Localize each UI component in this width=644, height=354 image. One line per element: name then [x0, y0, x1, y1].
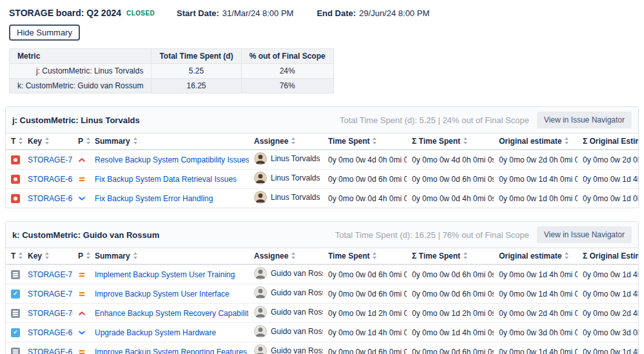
- sort-icon: [565, 252, 569, 259]
- sum-time-spent-value: 0y 0mo 0w 0d 6h 0mi 0s: [407, 170, 494, 189]
- issue-summary-link[interactable]: Implement Backup System User Training: [95, 270, 235, 279]
- time-spent-value: 0y 0mo 0w 1d 2h 0mi 0s: [323, 304, 407, 323]
- hide-summary-button[interactable]: Hide Summary: [9, 25, 80, 41]
- column-header-t[interactable]: T: [6, 248, 23, 264]
- column-header-t[interactable]: T: [6, 133, 23, 150]
- issue-summary-link[interactable]: Improve Backup System Reporting Features: [95, 348, 247, 354]
- column-header-original-estimate[interactable]: Σ Original Estimate: [578, 133, 638, 150]
- issue-type-other-icon: [11, 270, 20, 279]
- summary-column-header: Total Time Spent (d): [151, 49, 241, 64]
- column-header-original-estimate[interactable]: Σ Original Estimate: [578, 248, 638, 264]
- issue-key-link[interactable]: STORAGE-67: [28, 348, 73, 354]
- end-date-value: 29/Jun/24 8:00 PM: [359, 8, 429, 18]
- issue-key-link[interactable]: STORAGE-70: [28, 309, 73, 318]
- issue-summary-link[interactable]: Upgrade Backup System Hardware: [95, 328, 216, 337]
- column-header-summary[interactable]: Summary: [90, 248, 249, 264]
- column-label: Key: [28, 251, 42, 261]
- assignee-name: Linus Torvalds: [271, 173, 320, 182]
- time-spent-value: 0y 0mo 0w 0d 6h 0mi 0s: [323, 264, 407, 284]
- issue-summary-link[interactable]: Enhance Backup System Recovery Capabilit…: [95, 309, 249, 318]
- view-in-issue-navigator-button[interactable]: View in Issue Navigator: [537, 226, 632, 243]
- column-header-assignee[interactable]: Assignee: [249, 133, 323, 150]
- issue-key-link[interactable]: STORAGE-73: [28, 270, 73, 279]
- issue-summary-link[interactable]: Fix Backup System Error Handling: [95, 194, 213, 203]
- assignee-avatar: [254, 267, 267, 280]
- assignee-name: Linus Torvalds: [271, 193, 320, 202]
- column-label: Σ Time Spent: [412, 137, 460, 146]
- issue-key-link[interactable]: STORAGE-68: [28, 328, 73, 337]
- issue-key-link[interactable]: STORAGE-71: [28, 290, 73, 299]
- column-header-summary[interactable]: Summary: [90, 133, 249, 150]
- column-header-key[interactable]: Key: [23, 133, 73, 150]
- sum-time-spent-value: 0y 0mo 0w 0d 6h 0mi 0s: [407, 342, 494, 354]
- assignee-name: Guido van Rossum: [271, 308, 323, 317]
- issue-key-link[interactable]: STORAGE-66: [28, 194, 73, 203]
- issue-type-task-icon: [11, 290, 20, 299]
- issue-row: STORAGE-71Improve Backup System User Int…: [6, 284, 638, 304]
- sort-icon: [45, 252, 50, 259]
- assignee-name: Guido van Rossum: [271, 288, 323, 297]
- sections: j: CustomMetric: Linus TorvaldsTotal Tim…: [0, 106, 644, 354]
- sort-icon: [373, 252, 377, 259]
- column-header-p[interactable]: P: [73, 248, 90, 264]
- section-header: k: CustomMetric: Guido van RossumTotal T…: [6, 222, 638, 248]
- issues-table-clip: TKeyPSummaryAssigneeTime SpentΣ Time Spe…: [6, 133, 638, 208]
- end-date-label: End Date:: [317, 8, 356, 18]
- metric-section: k: CustomMetric: Guido van RossumTotal T…: [5, 221, 639, 354]
- column-label: Σ Original Estimate: [583, 137, 638, 146]
- status-badge: CLOSED: [126, 10, 155, 17]
- column-header-time-spent[interactable]: Σ Time Spent: [407, 248, 494, 264]
- summary-percent-of-scope: 24%: [241, 64, 333, 79]
- assignee-cell: Guido van Rossum: [254, 344, 323, 354]
- column-label: Key: [28, 137, 42, 146]
- start-date-label: Start Date:: [177, 8, 219, 18]
- original-estimate-value: 0y 0mo 0w 1d 4h 0mi 0s: [494, 170, 578, 189]
- column-header-key[interactable]: Key: [23, 248, 73, 264]
- issue-summary-link[interactable]: Fix Backup System Data Retrieval Issues: [95, 175, 237, 184]
- issues-table: TKeyPSummaryAssigneeTime SpentΣ Time Spe…: [6, 133, 638, 208]
- assignee-cell: Guido van Rossum: [254, 306, 323, 319]
- original-estimate-value: 0y 0mo 0w 1d 4h 0mi 0s: [494, 264, 578, 284]
- column-header-p[interactable]: P: [73, 133, 90, 150]
- view-in-issue-navigator-button[interactable]: View in Issue Navigator: [537, 112, 632, 128]
- sort-icon: [463, 252, 468, 259]
- issue-key-link[interactable]: STORAGE-69: [28, 175, 73, 184]
- section-summary-text: Total Time Spent (d): 16.25 | 76% out of…: [335, 230, 529, 240]
- sort-icon: [373, 137, 377, 144]
- sort-icon: [86, 252, 91, 259]
- column-label: T: [11, 251, 15, 261]
- sort-icon: [565, 137, 569, 144]
- column-label: P: [78, 251, 83, 261]
- priority-medium-icon: [78, 348, 86, 354]
- issue-row: STORAGE-72Resolve Backup System Compatib…: [6, 150, 638, 170]
- time-spent-value: 0y 0mo 0w 0d 4h 0mi 0s: [323, 189, 407, 208]
- original-estimate-value: 0y 0mo 0w 1d 0h 0mi 0s: [494, 189, 578, 208]
- sum-original-estimate-value: 0y 0mo 0w 2d 0h 0mi 0s: [578, 150, 638, 170]
- assignee-avatar: [254, 306, 267, 319]
- summary-column-header: Metric: [10, 49, 151, 64]
- issue-summary-link[interactable]: Improve Backup System User Interface: [95, 290, 229, 299]
- column-header-time-spent[interactable]: Time Spent: [323, 133, 407, 150]
- priority-low-icon: [78, 195, 86, 202]
- issue-row: STORAGE-69Fix Backup System Data Retriev…: [6, 170, 638, 189]
- issue-summary-link[interactable]: Resolve Backup System Compatibility Issu…: [95, 155, 249, 164]
- column-header-original-estimate[interactable]: Original estimate: [494, 133, 578, 150]
- summary-table: MetricTotal Time Spent (d)% out of Final…: [9, 48, 334, 93]
- summary-table-body: j: CustomMetric: Linus Torvalds 5.25 24%…: [10, 64, 334, 93]
- board-header: STORAGE board: Q2 2024 CLOSED Start Date…: [0, 0, 644, 19]
- sum-time-spent-value: 0y 0mo 0w 1d 2h 0mi 0s: [407, 304, 494, 323]
- summary-metric: j: CustomMetric: Linus Torvalds: [10, 64, 151, 79]
- column-label: P: [78, 137, 83, 146]
- column-header-assignee[interactable]: Assignee: [249, 248, 323, 264]
- assignee-cell: Linus Torvalds: [254, 191, 320, 204]
- column-header-time-spent[interactable]: Time Spent: [323, 248, 407, 264]
- issue-type-bug-icon: [11, 155, 20, 164]
- column-header-time-spent[interactable]: Σ Time Spent: [407, 133, 494, 150]
- sort-icon: [133, 137, 138, 144]
- issue-key-link[interactable]: STORAGE-72: [28, 155, 73, 164]
- time-spent-value: 0y 0mo 0w 0d 6h 0mi 0s: [323, 342, 407, 354]
- priority-high-icon: [78, 156, 86, 164]
- issues-header-row: TKeyPSummaryAssigneeTime SpentΣ Time Spe…: [6, 248, 638, 264]
- column-header-original-estimate[interactable]: Original estimate: [494, 248, 578, 264]
- priority-medium-icon: [78, 175, 86, 183]
